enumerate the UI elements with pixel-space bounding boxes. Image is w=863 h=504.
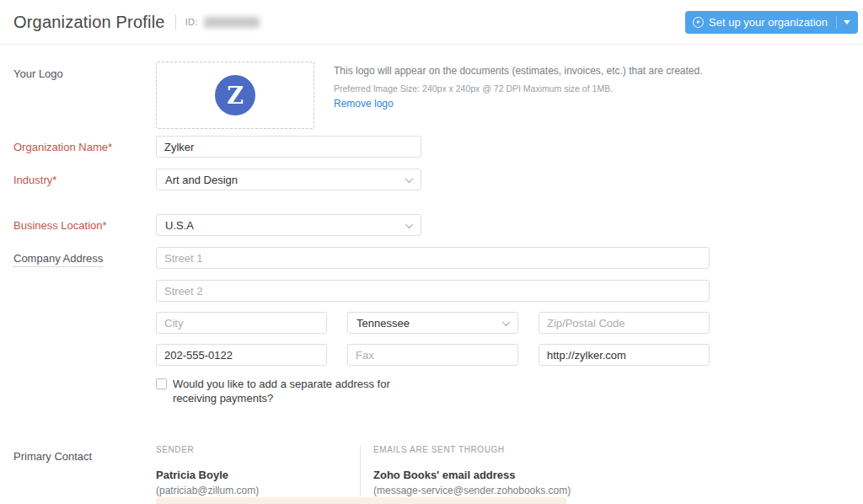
sent-through-name: Zoho Books' email address [373, 469, 571, 481]
play-icon [693, 17, 704, 28]
chevron-down-icon [405, 174, 414, 183]
primary-contact-label: Primary Contact [13, 445, 156, 463]
organization-name-input[interactable] [156, 136, 421, 158]
phone-fax-website-row [0, 344, 863, 366]
logo-description-block: This logo will appear on the documents (… [334, 62, 723, 110]
city-input[interactable] [156, 312, 327, 334]
org-id-value-redacted [204, 17, 260, 28]
title-separator [175, 14, 176, 29]
primary-contact-section: Primary Contact SENDER Patricia Boyle (p… [0, 445, 863, 496]
org-logo: Z [215, 75, 255, 115]
chevron-down-icon [844, 20, 850, 24]
separate-address-row: Would you like to add a separate address… [0, 377, 863, 405]
phone-input[interactable] [156, 344, 327, 366]
fax-input[interactable] [347, 344, 518, 366]
sender-heading: SENDER [156, 445, 360, 454]
setup-organization-button[interactable]: Set up your organization [685, 11, 858, 34]
industry-label: Industry* [13, 174, 156, 186]
business-location-selected-value: U.S.A [165, 219, 194, 232]
setup-button-divider [836, 16, 837, 29]
your-logo-label: Your Logo [13, 62, 156, 80]
separate-address-label: Would you like to add a separate address… [173, 377, 436, 405]
logo-description: This logo will appear on the documents (… [334, 64, 723, 78]
sent-through-email: (message-service@sender.zohobooks.com) [373, 485, 571, 496]
organization-name-label: Organization Name* [13, 141, 156, 153]
industry-selected-value: Art and Design [165, 174, 238, 186]
sender-email: (patriciab@zillum.com) [156, 485, 360, 496]
separate-address-checkbox[interactable] [156, 378, 167, 389]
company-address-label: Company Address [13, 252, 156, 265]
street2-input[interactable] [156, 280, 710, 302]
chevron-down-icon [405, 220, 414, 228]
logo-row: Your Logo Z This logo will appear on the… [0, 62, 863, 129]
street1-input[interactable] [156, 247, 710, 269]
street2-row [0, 280, 863, 302]
sent-through-column: EMAILS ARE SENT THROUGH Zoho Books' emai… [360, 445, 571, 496]
page-header: Organization Profile ID: Set up your org… [0, 0, 863, 45]
zip-input[interactable] [539, 312, 710, 334]
organization-profile-page: Organization Profile ID: Set up your org… [0, 0, 863, 504]
city-state-zip-row: Tennessee [0, 312, 863, 334]
website-input[interactable] [539, 344, 710, 366]
state-selected-value: Tennessee [356, 317, 410, 330]
state-select[interactable]: Tennessee [347, 312, 518, 334]
logo-size-note: Preferred Image Size: 240px x 240px @ 72… [334, 83, 723, 94]
industry-select[interactable]: Art and Design [156, 169, 421, 190]
remove-logo-link[interactable]: Remove logo [334, 98, 394, 110]
business-location-row: Business Location* U.S.A [0, 214, 863, 236]
business-location-select[interactable]: U.S.A [156, 214, 421, 236]
sender-column: SENDER Patricia Boyle (patriciab@zillum.… [156, 445, 360, 496]
logo-dropzone[interactable]: Z [156, 62, 314, 129]
org-id-label: ID: [185, 17, 198, 27]
warning-banner-partial [156, 497, 566, 504]
page-title: Organization Profile [13, 13, 165, 32]
chevron-down-icon [502, 318, 511, 326]
org-logo-letter: Z [227, 83, 244, 109]
setup-button-label: Set up your organization [709, 16, 828, 29]
sender-name: Patricia Boyle [156, 469, 360, 481]
industry-row: Industry* Art and Design [0, 169, 863, 190]
profile-form: Your Logo Z This logo will appear on the… [0, 45, 863, 496]
street1-row: Company Address [0, 247, 863, 269]
organization-name-row: Organization Name* [0, 136, 863, 158]
business-location-label: Business Location* [13, 219, 156, 232]
sent-through-heading: EMAILS ARE SENT THROUGH [373, 445, 571, 454]
